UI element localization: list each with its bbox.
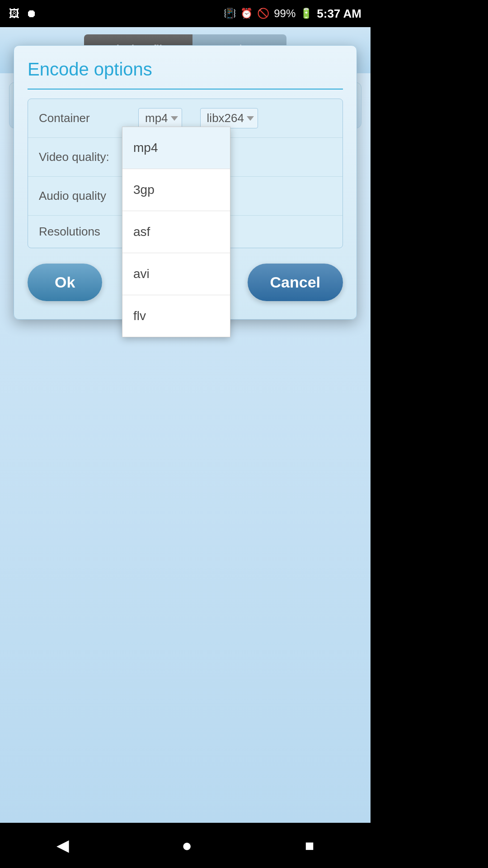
ok-button[interactable]: Ok: [28, 264, 102, 301]
photo-icon: 🖼: [9, 7, 20, 20]
nav-bar: ◀ ● ■: [0, 823, 371, 868]
battery-icon: 🔋: [300, 8, 312, 19]
dropdown-item-3gp[interactable]: 3gp: [122, 169, 230, 211]
back-button[interactable]: ◀: [56, 836, 69, 855]
dialog-divider: [28, 89, 343, 90]
vibrate-icon: 📳: [224, 8, 236, 19]
signal-off-icon: 🚫: [257, 8, 269, 19]
alarm-icon: ⏰: [240, 8, 253, 19]
dropdown-list: mp4 3gp asf avi flv: [122, 127, 230, 337]
resolutions-label: Resolutions: [39, 225, 129, 239]
battery-percent: 99%: [274, 7, 296, 20]
status-bar-right: 📳 ⏰ 🚫 99% 🔋 5:37 AM: [224, 7, 361, 21]
audio-quality-label: Audio quality: [39, 189, 129, 203]
status-bar-left: 🖼 ⏺: [9, 7, 37, 20]
home-button[interactable]: ●: [182, 836, 192, 855]
dropdown-item-mp4[interactable]: mp4: [122, 127, 230, 169]
container-value2[interactable]: libx264: [200, 108, 258, 128]
recent-button[interactable]: ■: [305, 837, 314, 854]
status-bar: 🖼 ⏺ 📳 ⏰ 🚫 99% 🔋 5:37 AM: [0, 0, 371, 27]
container-label: Container: [39, 111, 129, 125]
record-icon: ⏺: [26, 7, 37, 20]
back-icon: ◀: [56, 836, 69, 855]
dropdown-item-asf[interactable]: asf: [122, 211, 230, 253]
cancel-button[interactable]: Cancel: [248, 264, 343, 301]
home-icon: ●: [182, 836, 192, 855]
app-area: Choice file Settings Sd Int Encode optio…: [0, 27, 371, 823]
dropdown-item-avi[interactable]: avi: [122, 253, 230, 295]
container-value1[interactable]: mp4: [138, 108, 182, 128]
recent-icon: ■: [305, 837, 314, 854]
dropdown-item-flv[interactable]: flv: [122, 295, 230, 337]
video-quality-label: Video quality:: [39, 150, 129, 164]
time-display: 5:37 AM: [317, 7, 361, 21]
dialog-title: Encode options: [28, 59, 343, 80]
